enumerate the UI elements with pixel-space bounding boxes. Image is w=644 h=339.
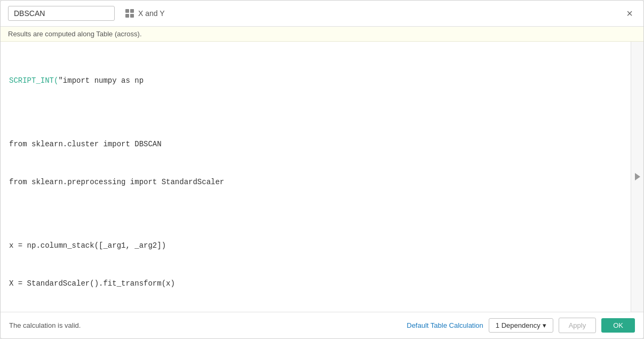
arrow-right-icon bbox=[635, 173, 640, 180]
close-button[interactable]: × bbox=[623, 7, 636, 20]
chevron-down-icon: ▾ bbox=[543, 321, 546, 329]
calc-dialog: X and Y × Results are computed along Tab… bbox=[0, 0, 644, 339]
script-int-kw: SCRIPT_INT( bbox=[9, 76, 58, 85]
code-line-1-rest: "import numpy as np bbox=[58, 76, 144, 85]
svg-rect-2 bbox=[125, 14, 129, 18]
dialog-header: X and Y × bbox=[1, 1, 643, 27]
svg-rect-0 bbox=[125, 9, 129, 13]
code-line-4: from sklearn.preprocessing import Standa… bbox=[9, 176, 622, 189]
code-line-3: from sklearn.cluster import DBSCAN bbox=[9, 138, 622, 151]
info-text: Results are computed along Table (across… bbox=[8, 30, 142, 38]
dialog-footer: The calculation is valid. Default Table … bbox=[1, 312, 643, 338]
ok-button[interactable]: OK bbox=[601, 318, 635, 333]
svg-rect-3 bbox=[130, 14, 134, 18]
svg-rect-1 bbox=[130, 9, 134, 13]
default-table-calc-link[interactable]: Default Table Calculation bbox=[407, 321, 483, 329]
code-area: SCRIPT_INT("import numpy as np from skle… bbox=[1, 42, 643, 312]
svg-marker-4 bbox=[635, 173, 640, 180]
calc-name-input[interactable] bbox=[8, 6, 115, 21]
apply-button[interactable]: Apply bbox=[559, 318, 597, 333]
field-icon bbox=[124, 8, 135, 19]
dependency-button[interactable]: 1 Dependency ▾ bbox=[489, 318, 553, 333]
code-line-1: SCRIPT_INT("import numpy as np bbox=[9, 75, 622, 88]
sidebar-arrow[interactable] bbox=[631, 42, 643, 312]
dependency-label: 1 Dependency bbox=[496, 321, 540, 329]
code-line-7: X = StandardScaler().fit_transform(x) bbox=[9, 278, 622, 290]
info-bar: Results are computed along Table (across… bbox=[1, 27, 643, 42]
status-text: The calculation is valid. bbox=[9, 321, 81, 329]
code-line-6: x = np.column_stack([_arg1, _arg2]) bbox=[9, 240, 622, 253]
field-selector[interactable]: X and Y bbox=[120, 6, 169, 21]
field-selector-label: X and Y bbox=[138, 9, 165, 18]
code-editor[interactable]: SCRIPT_INT("import numpy as np from skle… bbox=[1, 42, 631, 312]
